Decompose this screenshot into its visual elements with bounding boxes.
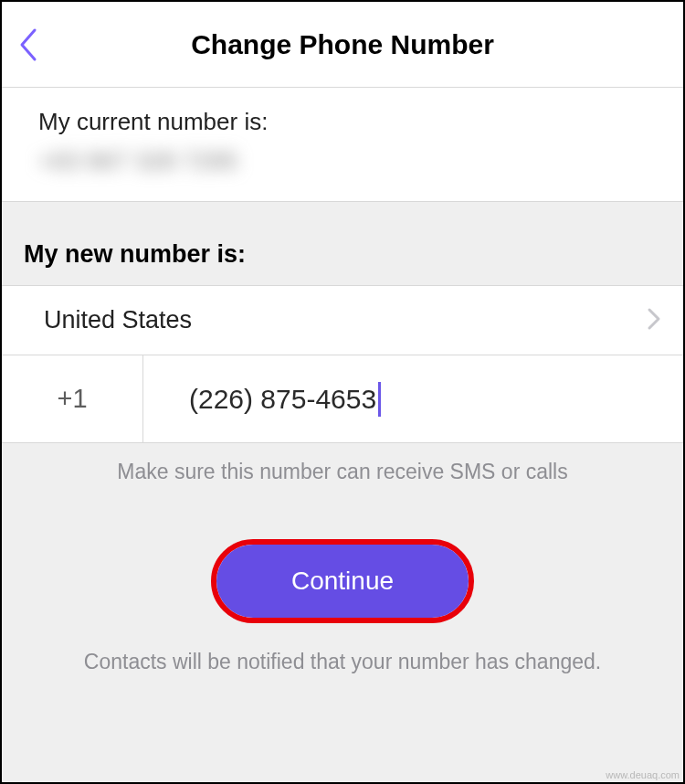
text-cursor [378,382,381,417]
current-number-value: +63 967 328 7295 [38,147,647,175]
continue-highlight-ring: Continue [211,539,474,623]
current-number-label: My current number is: [38,108,647,136]
footer-notice: Contacts will be notified that your numb… [2,623,683,676]
phone-number-input[interactable]: (226) 875-4653 [143,355,683,442]
country-selector[interactable]: United States [2,286,683,355]
phone-number-value: (226) 875-4653 [189,384,376,415]
chevron-left-icon [18,26,38,63]
current-number-section: My current number is: +63 967 328 7295 [2,88,683,202]
country-name: United States [44,306,192,334]
new-number-label: My new number is: [24,240,661,269]
phone-input-row: +1 (226) 875-4653 [2,355,683,443]
page-title: Change Phone Number [2,29,683,60]
button-container: Continue [2,484,683,623]
continue-button[interactable]: Continue [216,545,469,618]
back-button[interactable] [18,26,38,63]
chevron-right-icon [647,307,661,334]
header-bar: Change Phone Number [2,2,683,88]
watermark-text: www.deuaq.com [606,769,680,780]
country-code-field[interactable]: +1 [2,355,143,442]
sms-hint-text: Make sure this number can receive SMS or… [2,443,683,484]
new-number-header: My new number is: [2,202,683,286]
